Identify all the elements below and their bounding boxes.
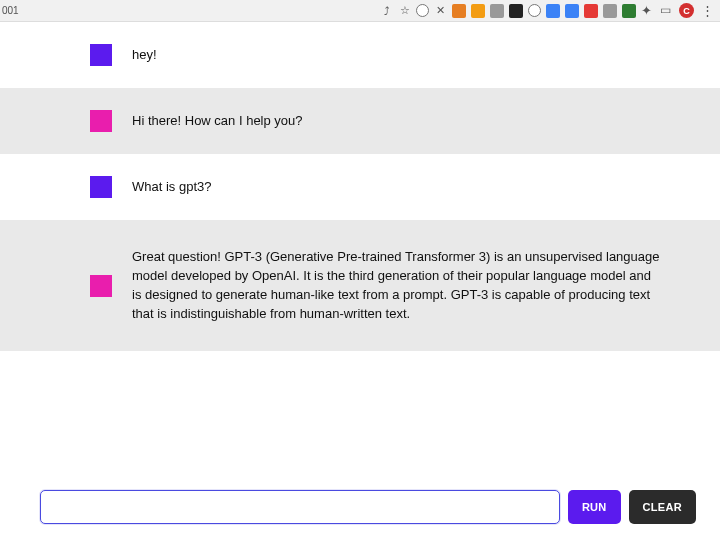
menu-icon[interactable]: ⋮ <box>699 3 716 18</box>
message-row: What is gpt3? <box>0 154 720 220</box>
message-row: Hi there! How can I help you? <box>0 88 720 154</box>
extensions-icon[interactable]: ✦ <box>641 4 655 18</box>
message-row: hey! <box>0 22 720 88</box>
extension-icon[interactable] <box>584 4 598 18</box>
user-avatar <box>90 176 112 198</box>
clear-button[interactable]: CLEAR <box>629 490 696 524</box>
share-icon[interactable]: ⤴ <box>380 4 393 17</box>
run-button[interactable]: RUN <box>568 490 621 524</box>
input-row: RUN CLEAR <box>0 490 720 524</box>
prompt-input[interactable] <box>40 490 560 524</box>
extension-icon[interactable] <box>565 4 579 18</box>
extension-icon[interactable] <box>528 4 541 17</box>
bot-avatar <box>90 275 112 297</box>
extension-icon[interactable] <box>490 4 504 18</box>
extension-icon[interactable] <box>416 4 429 17</box>
mute-icon[interactable]: ✕ <box>434 4 447 17</box>
browser-toolbar: 001 ⤴ ☆ ✕ ✦ ▭ C ⋮ <box>0 0 720 22</box>
star-icon[interactable]: ☆ <box>398 4 411 17</box>
extension-icon[interactable] <box>452 4 466 18</box>
chat-container: hey! Hi there! How can I help you? What … <box>0 22 720 540</box>
message-text: Hi there! How can I help you? <box>132 112 303 131</box>
extension-icon[interactable] <box>622 4 636 18</box>
user-avatar <box>90 44 112 66</box>
message-row: Great question! GPT-3 (Generative Pre-tr… <box>0 220 720 351</box>
message-text: What is gpt3? <box>132 178 212 197</box>
extension-icon[interactable] <box>603 4 617 18</box>
message-text: Great question! GPT-3 (Generative Pre-tr… <box>132 248 662 323</box>
sidepanel-icon[interactable]: ▭ <box>660 4 674 18</box>
bot-avatar <box>90 110 112 132</box>
extension-icon[interactable] <box>509 4 523 18</box>
toolbar-right: ⤴ ☆ ✕ ✦ ▭ C ⋮ <box>380 3 716 18</box>
profile-avatar[interactable]: C <box>679 3 694 18</box>
message-list: hey! Hi there! How can I help you? What … <box>0 22 720 351</box>
extension-icon[interactable] <box>546 4 560 18</box>
extension-icon[interactable] <box>471 4 485 18</box>
message-text: hey! <box>132 46 157 65</box>
url-fragment: 001 <box>0 5 19 16</box>
